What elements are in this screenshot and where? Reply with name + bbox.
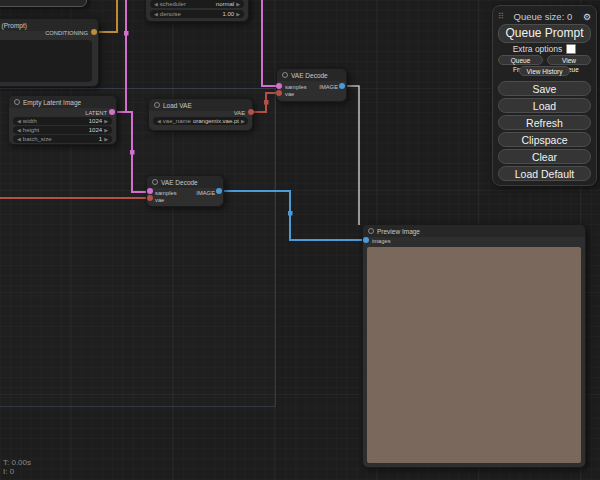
decrement-icon[interactable]: ◀ [157, 117, 161, 125]
widget-value: 1024 [89, 127, 102, 133]
image-output-slot[interactable] [216, 188, 222, 194]
node-title: Load VAE [163, 102, 192, 109]
execution-time-label: T: 0.00s [3, 458, 31, 467]
samples-input-label: samples [155, 190, 177, 196]
scheduler-widget[interactable]: ◀ scheduler normal ▶ [150, 0, 244, 8]
collapse-icon[interactable] [14, 99, 20, 105]
widget-label: width [23, 118, 37, 124]
queue-prompt-button[interactable]: Queue Prompt [498, 24, 591, 43]
latent-output-label: LATENT [85, 110, 107, 116]
widget-label: scheduler [160, 1, 186, 7]
vae-name-widget[interactable]: ◀ vae_name orangemix.vae.pt ▶ [153, 117, 248, 125]
prompt-textarea[interactable] [0, 40, 92, 82]
width-widget[interactable]: ◀ width 1024 ▶ [13, 117, 112, 125]
node-title: Empty Latent Image [23, 99, 81, 106]
refresh-button[interactable]: Refresh [498, 115, 591, 130]
widget-value: 1024 [89, 118, 102, 124]
widget-value: orangemix.vae.pt [193, 118, 239, 124]
increment-icon[interactable]: ▶ [241, 117, 245, 125]
image-output-label: IMAGE [196, 190, 215, 196]
height-widget[interactable]: ◀ height 1024 ▶ [13, 126, 112, 134]
decrement-icon[interactable]: ◀ [17, 135, 21, 143]
gear-icon[interactable]: ⚙ [583, 12, 591, 22]
decrement-icon[interactable]: ◀ [154, 0, 158, 8]
preview-image-content [367, 247, 581, 463]
node-vae-decode-mid[interactable]: VAE Decode samples IMAGE vae [146, 175, 224, 207]
decrement-icon[interactable]: ◀ [17, 117, 21, 125]
node-cut-topleft[interactable] [0, 0, 87, 7]
load-button[interactable]: Load [498, 98, 591, 113]
conditioning-output-label: CONDITIONING [45, 30, 88, 36]
node-title: Preview Image [377, 228, 420, 235]
samples-input-slot[interactable] [276, 83, 282, 89]
node-load-vae[interactable]: Load VAE VAE ◀ vae_name orangemix.vae.pt… [148, 98, 253, 131]
node-title: CLIP Text Encode (Prompt) [0, 22, 27, 29]
denoise-widget[interactable]: ◀ denoise 1.00 ▶ [150, 10, 244, 18]
widget-label: denoise [160, 11, 181, 17]
clear-button[interactable]: Clear [498, 149, 591, 164]
vae-input-label: vae [285, 91, 294, 97]
view-history-button[interactable]: View History [519, 66, 569, 76]
widget-value: normal [216, 1, 234, 7]
comfy-menu-panel: ⠿ Queue size: 0 ⚙ Queue Prompt Extra opt… [492, 5, 597, 186]
iteration-label: I: 0 [3, 467, 14, 476]
decrement-icon[interactable]: ◀ [154, 10, 158, 18]
decrement-icon[interactable]: ◀ [17, 126, 21, 134]
node-title-bar[interactable]: Preview Image [363, 225, 585, 237]
widget-label: height [23, 127, 39, 133]
increment-icon[interactable]: ▶ [236, 10, 240, 18]
link-middle-dot [288, 211, 293, 216]
link-middle-dot [124, 31, 129, 36]
images-input-slot[interactable] [363, 237, 369, 243]
increment-icon[interactable]: ▶ [236, 0, 240, 8]
increment-icon[interactable]: ▶ [104, 126, 108, 134]
vae-input-label: vae [155, 197, 164, 203]
vae-input-slot[interactable] [147, 195, 153, 201]
link-middle-dot [264, 100, 269, 105]
node-clip-text-encode[interactable]: CLIP Text Encode (Prompt) CONDITIONING [0, 18, 99, 87]
queue-front-button[interactable]: Queue Front [498, 55, 543, 65]
node-empty-latent-image[interactable]: Empty Latent Image LATENT ◀ width 1024 ▶… [8, 95, 117, 145]
widget-value: 1.00 [222, 11, 234, 17]
vae-output-label: VAE [234, 110, 245, 116]
node-preview-image[interactable]: Preview Image images [362, 224, 586, 468]
samples-input-label: samples [285, 84, 307, 90]
increment-icon[interactable]: ▶ [104, 117, 108, 125]
vae-input-slot[interactable] [276, 90, 282, 96]
node-ksampler[interactable]: ◀ scheduler normal ▶ ◀ denoise 1.00 ▶ [145, 0, 249, 22]
link-middle-dot [130, 150, 135, 155]
samples-input-slot[interactable] [147, 188, 153, 194]
widget-label: batch_size [23, 136, 52, 142]
latent-output-slot[interactable] [109, 109, 115, 115]
increment-icon[interactable]: ▶ [104, 135, 108, 143]
extra-options-checkbox[interactable] [566, 44, 576, 54]
extra-options-label: Extra options [513, 44, 563, 54]
image-wire-gray [342, 86, 359, 225]
queue-size-label: Queue size: 0 [503, 11, 583, 22]
node-title-bar[interactable]: VAE Decode [277, 69, 346, 81]
save-button[interactable]: Save [498, 81, 591, 96]
conditioning-output-slot[interactable] [91, 29, 97, 35]
images-input-label: images [372, 238, 391, 244]
image-output-label: IMAGE [319, 84, 338, 90]
clipspace-button[interactable]: Clipspace [498, 132, 591, 147]
batch-size-widget[interactable]: ◀ batch_size 1 ▶ [13, 135, 112, 143]
image-output-slot[interactable] [339, 83, 345, 89]
collapse-icon[interactable] [368, 228, 374, 234]
node-vae-decode-top[interactable]: VAE Decode samples IMAGE vae [276, 68, 347, 102]
node-title: VAE Decode [161, 179, 198, 186]
widget-value: 1 [99, 136, 102, 142]
vae-output-slot[interactable] [248, 109, 254, 115]
node-graph-canvas[interactable]: CLIP Text Encode (Prompt) CONDITIONING ◀… [0, 0, 600, 480]
collapse-icon[interactable] [282, 72, 288, 78]
load-default-button[interactable]: Load Default [498, 166, 591, 181]
node-title-bar[interactable]: Empty Latent Image [9, 96, 116, 108]
widget-label: vae_name [163, 118, 191, 124]
node-title: VAE Decode [291, 72, 328, 79]
collapse-icon[interactable] [154, 102, 160, 108]
node-title-bar[interactable]: VAE Decode [147, 176, 223, 188]
collapse-icon[interactable] [152, 179, 158, 185]
view-queue-button[interactable]: View Queue [547, 55, 591, 65]
